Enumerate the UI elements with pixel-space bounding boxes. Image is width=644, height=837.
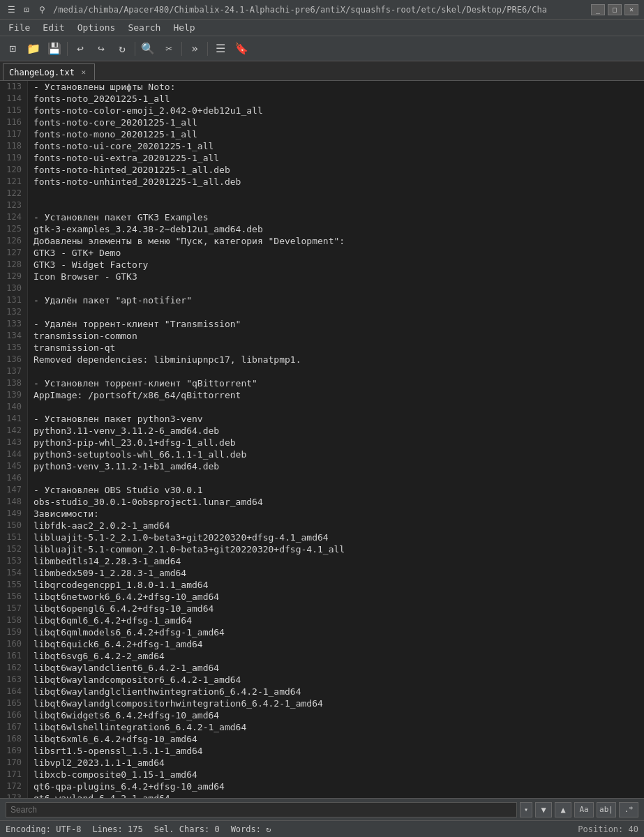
table-row: 169libsrt1.5-openssl_1.5.1-1_amd64: [0, 745, 644, 757]
line-number: 114: [0, 93, 28, 105]
search-case-button[interactable]: Aa: [574, 802, 594, 817]
table-row: 160libqt6quick6_6.4.2+dfsg-1_amd64: [0, 638, 644, 650]
table-row: 162libqt6waylandclient6_6.4.2-1_amd64: [0, 662, 644, 674]
minimize-button[interactable]: _: [591, 4, 605, 15]
cut-button[interactable]: ✂: [159, 39, 179, 59]
line-number: 115: [0, 105, 28, 116]
line-content: [28, 306, 33, 318]
toolbar-separator-1: [67, 42, 68, 56]
table-row: 165libqt6waylandglcompositorhwintegratio…: [0, 698, 644, 709]
line-content: [28, 282, 33, 294]
line-content: libqt6network6_6.4.2+dfsg-10_amd64: [28, 591, 219, 603]
bookmark2-button[interactable]: 🔖: [232, 39, 251, 59]
close-button[interactable]: ✕: [624, 4, 638, 15]
line-content: [28, 401, 33, 413]
line-content: libqt6wlshellintegration6_6.4.2-1_amd64: [28, 721, 246, 733]
line-content: Icon Browser - GTK3: [28, 271, 137, 282]
table-row: 138- Установлен торрент-клиент "qBittorr…: [0, 377, 644, 389]
line-content: libvpl2_2023.1.1-1_amd64: [28, 757, 165, 769]
line-content: qt6-wayland_6.4.2-1_amd64: [28, 792, 170, 798]
table-row: 115fonts-noto-color-emoji_2.042-0+deb12u…: [0, 105, 644, 116]
line-number: 135: [0, 342, 28, 354]
line-content: fonts-noto-ui-extra_20201225-1_all: [28, 152, 219, 164]
line-number: 124: [0, 211, 28, 223]
table-row: 164libqt6waylandglclienthwintegration6_6…: [0, 686, 644, 698]
line-number: 136: [0, 354, 28, 365]
table-row: 157libqt6opengl6_6.4.2+dfsg-10_amd64: [0, 603, 644, 614]
search-bar: ▾ ▼ ▲ Aa ab| .*: [0, 798, 644, 820]
line-content: GTK3 - GTK+ Demo: [28, 247, 121, 259]
menu-file[interactable]: File: [3, 21, 36, 34]
save-button[interactable]: 💾: [45, 39, 64, 59]
table-row: 158libqt6qml6_6.4.2+dfsg-1_amd64: [0, 614, 644, 626]
menu-options[interactable]: Options: [72, 21, 121, 34]
line-number: 143: [0, 437, 28, 448]
line-content: - Установлен пакет GTK3 Examples: [28, 211, 208, 223]
line-number: 172: [0, 781, 28, 792]
line-number: 145: [0, 460, 28, 472]
table-row: 119fonts-noto-ui-extra_20201225-1_all: [0, 152, 644, 164]
menu-search[interactable]: Search: [122, 21, 166, 34]
more-button[interactable]: »: [185, 39, 204, 59]
maximize-button[interactable]: □: [608, 4, 622, 15]
tab-changelog[interactable]: ChangeLog.txt ✕: [3, 63, 95, 80]
table-row: 136Removed dependencies: libminiupnpc17,…: [0, 354, 644, 365]
table-row: 159libqt6qmlmodels6_6.4.2+dfsg-1_amd64: [0, 626, 644, 638]
redo-button[interactable]: ↪: [91, 39, 111, 59]
search-dropdown-button[interactable]: ▾: [520, 802, 532, 817]
line-number: 156: [0, 591, 28, 603]
line-number: 134: [0, 330, 28, 342]
menu-edit[interactable]: Edit: [37, 21, 70, 34]
undo-button[interactable]: ↩: [70, 39, 90, 59]
line-number: 173: [0, 792, 28, 798]
line-content: - Удалён пакет "apt-notifier": [28, 294, 192, 306]
line-number: 121: [0, 176, 28, 188]
line-content: libfdk-aac2_2.0.2-1_amd64: [28, 520, 170, 531]
line-content: fonts-noto-ui-core_20201225-1_all: [28, 140, 214, 152]
line-content: libluajit-5.1-2_2.1.0~beta3+git20220320+…: [28, 531, 329, 543]
line-number: 128: [0, 259, 28, 271]
find-button[interactable]: 🔍: [138, 39, 158, 59]
line-content: libqt6qml6_6.4.2+dfsg-1_amd64: [28, 614, 192, 626]
menu-help[interactable]: Help: [167, 21, 200, 34]
table-row: 161libqt6svg6_6.4.2-2_amd64: [0, 650, 644, 662]
table-row: 130: [0, 282, 644, 294]
window-controls[interactable]: _ □ ✕: [591, 4, 638, 15]
table-row: 134transmission-common: [0, 330, 644, 342]
table-row: 145python3-venv_3.11.2-1+b1_amd64.deb: [0, 460, 644, 472]
table-row: 125gtk-3-examples_3.24.38-2~deb12u1_amd6…: [0, 223, 644, 235]
line-number: 113: [0, 81, 28, 93]
search-next-button[interactable]: ▲: [555, 802, 571, 817]
line-number: 154: [0, 567, 28, 579]
table-row: 139AppImage: /portsoft/x86_64/qBittorren…: [0, 389, 644, 401]
line-number: 170: [0, 757, 28, 769]
open-button[interactable]: 📁: [24, 39, 43, 59]
table-row: 118fonts-noto-ui-core_20201225-1_all: [0, 140, 644, 152]
line-number: 132: [0, 306, 28, 318]
search-prev-button[interactable]: ▼: [535, 802, 552, 817]
bookmark-button[interactable]: ☰: [211, 39, 230, 59]
line-container[interactable]: 113- Установлены шрифты Noto:114fonts-no…: [0, 81, 644, 798]
refresh-button[interactable]: ↻: [112, 39, 132, 59]
line-content: fonts-noto-mono_20201225-1_all: [28, 128, 197, 140]
new-button[interactable]: ⊡: [3, 39, 22, 59]
app-icon-3: ⚲: [36, 4, 47, 15]
table-row: 135transmission-qt: [0, 342, 644, 354]
line-number: 165: [0, 698, 28, 709]
line-number: 167: [0, 721, 28, 733]
search-word-button[interactable]: ab|: [597, 802, 616, 817]
search-regex-button[interactable]: .*: [619, 802, 638, 817]
line-number: 155: [0, 579, 28, 591]
line-content: fonts-noto-core_20201225-1_all: [28, 116, 197, 128]
line-number: 118: [0, 140, 28, 152]
tab-close-button[interactable]: ✕: [79, 68, 89, 77]
line-content: libqt6xml6_6.4.2+dfsg-10_amd64: [28, 733, 197, 745]
line-number: 161: [0, 650, 28, 662]
search-input[interactable]: [6, 802, 517, 817]
table-row: 144python3-setuptools-whl_66.1.1-1_all.d…: [0, 448, 644, 460]
title-icons: ☰ ⊡ ⚲: [6, 4, 47, 15]
table-row: 127GTK3 - GTK+ Demo: [0, 247, 644, 259]
toolbar-separator-4: [207, 42, 208, 56]
line-content: - Установлен торрент-клиент "qBittorrent…: [28, 377, 257, 389]
line-content: [28, 472, 33, 484]
